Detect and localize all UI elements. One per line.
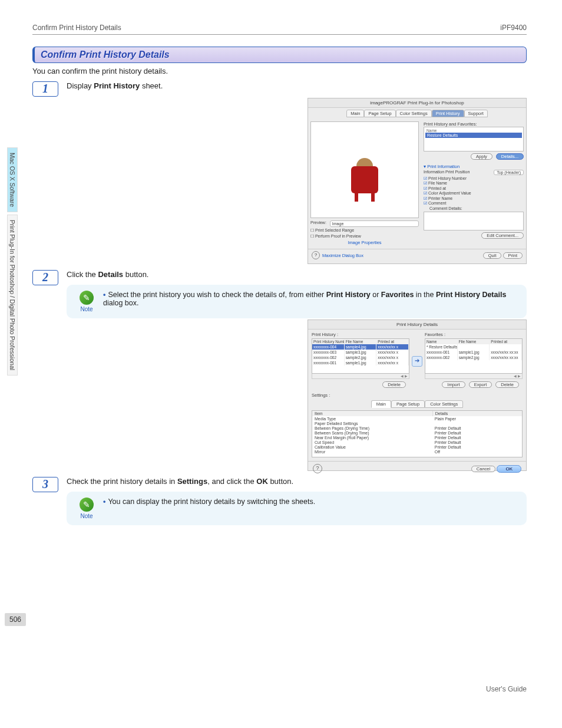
step-2-text: Click the Details button. ✎ Note •Select…	[67, 270, 527, 318]
note-label: Note	[75, 306, 98, 312]
step-1-text: Display Print History sheet.	[67, 81, 527, 90]
dialog-title: imagePROGRAF Print Plug-In for Photoshop	[308, 98, 526, 108]
tab-color-settings[interactable]: Color Settings	[396, 110, 432, 117]
step-2-number: 2	[32, 270, 58, 285]
fav-title: Print History and Favorites:	[424, 121, 524, 127]
chk-printer-name[interactable]: Printer Name	[424, 196, 524, 201]
dialog2-title: Print History Details	[308, 320, 526, 330]
tab-main[interactable]: Main	[346, 110, 364, 117]
cancel-button[interactable]: Cancel	[471, 466, 495, 472]
table-row: MirrorOff	[312, 449, 522, 454]
table-row[interactable]: * Restore Defaults	[425, 344, 522, 350]
fav-label: Favorites :	[425, 332, 523, 337]
table-row[interactable]: xxxxxxxx-003sample3.jpgxxxx/xx/xx x	[312, 350, 409, 355]
screenshot-plugin-dialog: imagePROGRAF Print Plug-In for Photoshop…	[308, 98, 527, 264]
chk-file-name[interactable]: File Name	[424, 181, 524, 186]
fav-list-item[interactable]: Restore Defaults	[425, 133, 522, 138]
quit-button[interactable]: Quit	[483, 252, 502, 259]
step-3-number: 3	[32, 477, 58, 492]
help-icon[interactable]: ?	[312, 251, 320, 259]
page-header: Confirm Print History Details iPF9400	[32, 24, 527, 35]
chk-printed-at[interactable]: Printed at	[424, 186, 524, 191]
info-pos-label: Information Print Position	[424, 170, 470, 175]
ph-label: Print History :	[312, 332, 409, 337]
table-row: Cut SpeedPrinter Default	[312, 440, 522, 444]
side-tab-mac-os-x[interactable]: Mac OS X Software	[7, 147, 18, 212]
header-left: Confirm Print History Details	[32, 24, 121, 32]
settings-detail-table[interactable]: ItemDetails Media TypePlain Paper Paper …	[312, 410, 523, 457]
info-pos-select[interactable]: Top (Header)	[494, 170, 524, 175]
table-row: Media TypePlain Paper	[312, 416, 522, 421]
edit-comment-button[interactable]: Edit Comment...	[481, 232, 524, 239]
chk-print-selected-range[interactable]: ☐ Print Selected Range	[310, 228, 419, 233]
comment-textarea[interactable]	[424, 212, 524, 230]
maximize-link[interactable]: Maximize Dialog Box	[322, 253, 363, 258]
tab2-color-settings[interactable]: Color Settings	[425, 400, 463, 408]
tab2-main[interactable]: Main	[371, 400, 391, 408]
side-nav-tabs: Mac OS X Software Print Plug-In for Phot…	[7, 147, 19, 378]
tab2-page-setup[interactable]: Page Setup	[391, 400, 425, 408]
chk-history-number[interactable]: Print History Number	[424, 176, 524, 181]
table-row[interactable]: xxxxxxxx-001sample1.jpgxxxx/xx/xx xx:xx	[425, 350, 522, 355]
settings-label: Settings :	[312, 393, 523, 398]
table-row[interactable]: xxxxxxxx-001sample1.jpgxxxx/xx/xx x	[312, 360, 409, 365]
details-button[interactable]: Details...	[496, 153, 524, 160]
print-info-title: Print Information	[424, 164, 524, 169]
ok-button[interactable]: OK	[497, 465, 521, 473]
table-row[interactable]: xxxxxxxx-002sample2.jpgxxxx/xx/xx x	[312, 355, 409, 360]
page-number: 506	[5, 613, 26, 626]
note-step2: ✎ Note •Select the print history you wis…	[67, 285, 527, 318]
table-row[interactable]: xxxxxxxx-004sample4.jpgxxxx/xx/xx x	[312, 344, 409, 350]
export-button[interactable]: Export	[469, 381, 492, 388]
note-step3: ✎ Note •You can display the print histor…	[67, 492, 527, 525]
scrollbar[interactable]	[425, 374, 523, 379]
table-row: Between Scans (Drying Time)Printer Defau…	[312, 430, 522, 435]
table-row: Paper Detailed Settings	[312, 421, 522, 426]
side-tab-print-plugin[interactable]: Print Plug-In for Photoshop / Digital Ph…	[7, 215, 18, 375]
tab-page-setup[interactable]: Page Setup	[364, 110, 395, 117]
chk-perform-proof[interactable]: ☐ Perform Proof in Preview	[310, 234, 419, 239]
table-row: Between Pages (Drying Time)Printer Defau…	[312, 426, 522, 430]
intro-text: You can confirm the print history detail…	[32, 67, 527, 75]
move-right-arrow-icon[interactable]: ➔	[412, 356, 422, 367]
favorites-table[interactable]: NameFile NamePrinted at * Restore Defaul…	[425, 338, 523, 374]
note-label: Note	[75, 513, 98, 519]
screenshot-history-details-dialog: Print History Details Print History : Pr…	[308, 319, 527, 471]
tab-support[interactable]: Support	[464, 110, 488, 117]
link-image-properties[interactable]: Image Properties	[310, 239, 419, 246]
print-history-table[interactable]: Print History NumberFile NamePrinted at …	[312, 338, 409, 374]
apply-button[interactable]: Apply	[471, 153, 492, 160]
step-1-number: 1	[32, 81, 58, 97]
step-3-text: Check the print history details in Setti…	[67, 477, 527, 525]
header-right: iPF9400	[500, 24, 527, 32]
delete-button-left[interactable]: Delete	[382, 381, 406, 388]
tab-print-history[interactable]: Print History	[432, 110, 464, 117]
note-icon: ✎	[80, 498, 94, 512]
section-title: Confirm Print History Details	[32, 47, 527, 63]
help-icon[interactable]: ?	[313, 464, 322, 473]
fav-list[interactable]: Name Restore Defaults	[424, 127, 524, 151]
preview-select[interactable]: Image	[330, 220, 419, 227]
preview-label: Preview:	[310, 220, 326, 227]
delete-button-right[interactable]: Delete	[495, 381, 519, 388]
print-button[interactable]: Print	[503, 252, 523, 259]
import-button[interactable]: Import	[442, 381, 465, 388]
chk-color-adjust[interactable]: Color Adjustment Value	[424, 191, 524, 196]
scrollbar[interactable]	[312, 374, 409, 379]
table-row: Near End Margin (Roll Paper)Printer Defa…	[312, 435, 522, 440]
table-row[interactable]: xxxxxxxx-002sample2.jpgxxxx/xx/xx xx:xx	[425, 355, 522, 360]
preview-image	[310, 121, 419, 218]
footer-guide: User's Guide	[486, 685, 527, 693]
note-icon: ✎	[80, 291, 94, 305]
chk-comment[interactable]: Comment	[424, 201, 524, 206]
table-row: Calibration ValuePrinter Default	[312, 444, 522, 449]
comment-details-label: Comment Details:	[429, 206, 524, 210]
